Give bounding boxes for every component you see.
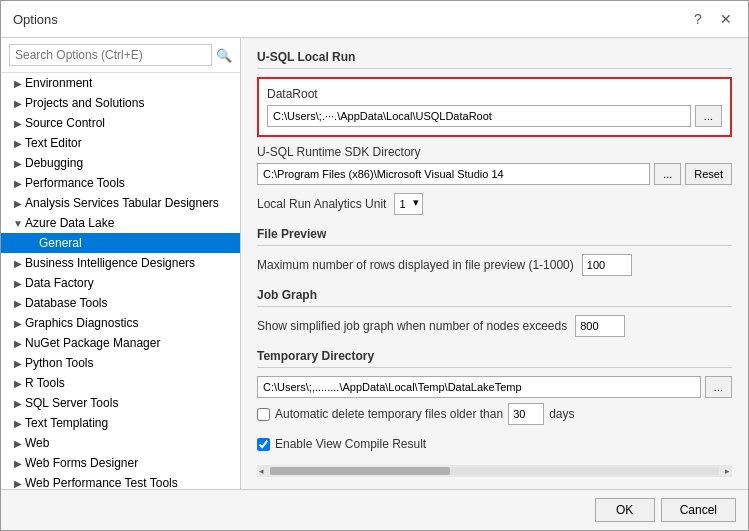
file-preview-title: File Preview: [257, 227, 732, 241]
job-graph-title: Job Graph: [257, 288, 732, 302]
scroll-right-arrow[interactable]: ▸: [723, 466, 732, 476]
sidebar-item-performance-tools[interactable]: Performance Tools: [1, 173, 240, 193]
title-bar-right: ? ✕: [688, 9, 736, 29]
sidebar-item-source-control[interactable]: Source Control: [1, 113, 240, 133]
sidebar-item-web-performance[interactable]: Web Performance Test Tools: [1, 473, 240, 489]
sidebar-item-general[interactable]: General: [1, 233, 240, 253]
days-input[interactable]: [508, 403, 544, 425]
sidebar-item-label-debugging: Debugging: [25, 155, 83, 171]
days-label: days: [549, 407, 574, 421]
runtime-sdk-section: U-SQL Runtime SDK Directory ... Reset: [257, 145, 732, 185]
sidebar-item-projects-solutions[interactable]: Projects and Solutions: [1, 93, 240, 113]
sidebar-item-label-source-control: Source Control: [25, 115, 105, 131]
enable-view-label: Enable View Compile Result: [275, 437, 426, 451]
tree-arrow-text-templating: [11, 418, 25, 429]
enable-view-row: Enable View Compile Result: [257, 437, 732, 451]
tree-arrow-python-tools: [11, 358, 25, 369]
runtime-sdk-browse-button[interactable]: ...: [654, 163, 681, 185]
tree-arrow-business-intelligence: [11, 258, 25, 269]
file-preview-input[interactable]: [582, 254, 632, 276]
scroll-left-arrow[interactable]: ◂: [257, 466, 266, 476]
sidebar-item-text-editor[interactable]: Text Editor: [1, 133, 240, 153]
sidebar-item-web-forms-designer[interactable]: Web Forms Designer: [1, 453, 240, 473]
sidebar-item-debugging[interactable]: Debugging: [1, 153, 240, 173]
help-button[interactable]: ?: [688, 9, 708, 29]
sidebar-item-python-tools[interactable]: Python Tools: [1, 353, 240, 373]
dataroot-box: DataRoot ...: [257, 77, 732, 137]
tree-arrow-data-factory: [11, 278, 25, 289]
local-run-dropdown-wrapper: 1 2 4 8: [394, 193, 423, 215]
temp-dir-input[interactable]: [257, 376, 701, 398]
cancel-button[interactable]: Cancel: [661, 498, 736, 522]
runtime-sdk-row: ... Reset: [257, 163, 732, 185]
sidebar-item-label-web-performance: Web Performance Test Tools: [25, 475, 178, 489]
tree-arrow-debugging: [11, 158, 25, 169]
dialog-footer: OK Cancel: [1, 489, 748, 530]
tree-arrow-text-editor: [11, 138, 25, 149]
dialog-body: 🔍 EnvironmentProjects and SolutionsSourc…: [1, 38, 748, 489]
dataroot-input[interactable]: [267, 105, 691, 127]
tree-arrow-source-control: [11, 118, 25, 129]
sidebar-item-environment[interactable]: Environment: [1, 73, 240, 93]
tree-arrow-web-performance: [11, 478, 25, 489]
runtime-sdk-reset-button[interactable]: Reset: [685, 163, 732, 185]
tree-arrow-environment: [11, 78, 25, 89]
sidebar-item-data-factory[interactable]: Data Factory: [1, 273, 240, 293]
sidebar-item-text-templating[interactable]: Text Templating: [1, 413, 240, 433]
sidebar-item-azure-data-lake[interactable]: Azure Data Lake: [1, 213, 240, 233]
temp-dir-browse-button[interactable]: ...: [705, 376, 732, 398]
search-input[interactable]: [9, 44, 212, 66]
sidebar-item-label-text-templating: Text Templating: [25, 415, 108, 431]
scroll-thumb[interactable]: [270, 467, 450, 475]
tree-container[interactable]: EnvironmentProjects and SolutionsSource …: [1, 73, 240, 489]
sidebar-item-analysis-services[interactable]: Analysis Services Tabular Designers: [1, 193, 240, 213]
auto-delete-label: Automatic delete temporary files older t…: [275, 407, 503, 421]
sidebar-item-r-tools[interactable]: R Tools: [1, 373, 240, 393]
sidebar-item-label-data-factory: Data Factory: [25, 275, 94, 291]
runtime-sdk-input[interactable]: [257, 163, 650, 185]
sidebar-item-sql-server-tools[interactable]: SQL Server Tools: [1, 393, 240, 413]
sidebar-item-label-r-tools: R Tools: [25, 375, 65, 391]
close-button[interactable]: ✕: [716, 9, 736, 29]
job-graph-section: Job Graph Show simplified job graph when…: [257, 288, 732, 337]
sidebar-item-business-intelligence[interactable]: Business Intelligence Designers: [1, 253, 240, 273]
sidebar-item-label-database-tools: Database Tools: [25, 295, 108, 311]
temp-dir-row: ...: [257, 376, 732, 398]
job-graph-input[interactable]: [575, 315, 625, 337]
tree-arrow-graphics-diagnostics: [11, 318, 25, 329]
sidebar-item-label-sql-server-tools: SQL Server Tools: [25, 395, 118, 411]
auto-delete-row: Automatic delete temporary files older t…: [257, 403, 732, 425]
tree-arrow-web-forms-designer: [11, 458, 25, 469]
tree-arrow-database-tools: [11, 298, 25, 309]
tree-arrow-sql-server-tools: [11, 398, 25, 409]
horizontal-scrollbar[interactable]: ◂ ▸: [257, 465, 732, 477]
tree-arrow-web: [11, 438, 25, 449]
sidebar-item-label-performance-tools: Performance Tools: [25, 175, 125, 191]
sidebar-item-label-general: General: [39, 235, 82, 251]
sidebar-item-label-environment: Environment: [25, 75, 92, 91]
dataroot-label: DataRoot: [267, 87, 722, 101]
ok-button[interactable]: OK: [595, 498, 655, 522]
local-run-dropdown[interactable]: 1 2 4 8: [394, 193, 423, 215]
dialog-title: Options: [13, 12, 58, 27]
sidebar-item-label-web-forms-designer: Web Forms Designer: [25, 455, 138, 471]
title-bar-left: Options: [13, 12, 58, 27]
sidebar-item-web[interactable]: Web: [1, 433, 240, 453]
left-panel: 🔍 EnvironmentProjects and SolutionsSourc…: [1, 38, 241, 489]
temp-dir-title: Temporary Directory: [257, 349, 732, 363]
sidebar-item-label-web: Web: [25, 435, 49, 451]
auto-delete-checkbox[interactable]: [257, 408, 270, 421]
enable-view-checkbox[interactable]: [257, 438, 270, 451]
file-preview-label: Maximum number of rows displayed in file…: [257, 258, 574, 272]
sidebar-item-graphics-diagnostics[interactable]: Graphics Diagnostics: [1, 313, 240, 333]
usql-section-title: U-SQL Local Run: [257, 50, 732, 64]
tree-arrow-r-tools: [11, 378, 25, 389]
options-dialog: Options ? ✕ 🔍 EnvironmentProjects and So…: [0, 0, 749, 531]
title-bar: Options ? ✕: [1, 1, 748, 38]
sidebar-item-database-tools[interactable]: Database Tools: [1, 293, 240, 313]
dataroot-browse-button[interactable]: ...: [695, 105, 722, 127]
sidebar-item-nuget-package-manager[interactable]: NuGet Package Manager: [1, 333, 240, 353]
local-run-label: Local Run Analytics Unit: [257, 197, 386, 211]
sidebar-item-label-text-editor: Text Editor: [25, 135, 82, 151]
search-box: 🔍: [1, 38, 240, 73]
